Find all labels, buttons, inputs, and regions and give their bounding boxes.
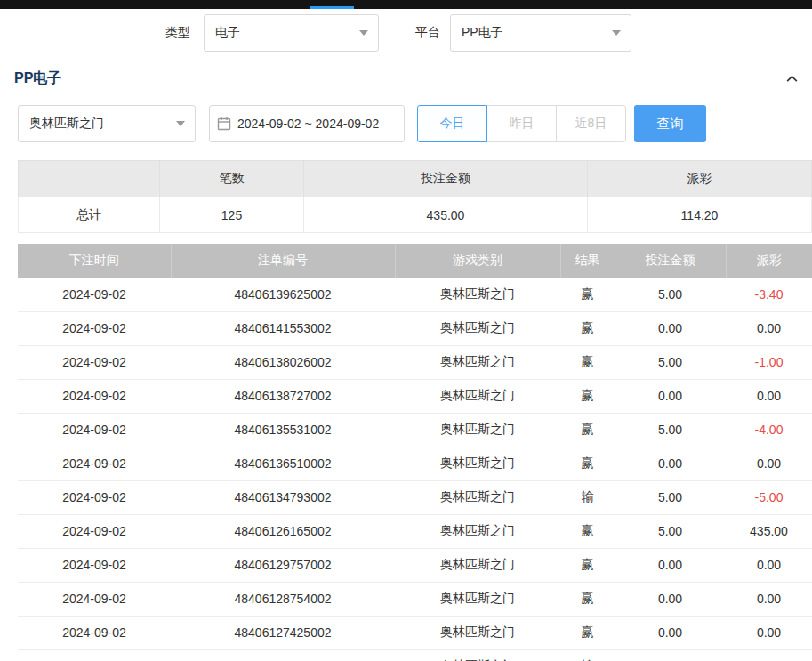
cell-order-id: 48406139625002 — [171, 278, 395, 311]
top-nav-bar — [0, 0, 812, 9]
summary-total-payout: 114.20 — [588, 197, 812, 233]
cell-bet-amount: 5.00 — [615, 649, 726, 661]
records-header-game-category: 游戏类别 — [395, 244, 560, 278]
records-table: 下注时间 注单编号 游戏类别 结果 投注金额 派彩 2024-09-02 484… — [18, 244, 812, 661]
cell-order-id: 48406125316002 — [171, 649, 395, 661]
date-range-value: 2024-09-02 ~ 2024-09-02 — [237, 117, 379, 131]
summary-header-payout: 派彩 — [588, 161, 812, 197]
cell-bet-time: 2024-09-02 — [18, 582, 171, 616]
calendar-icon — [217, 117, 231, 131]
active-tab-indicator — [310, 6, 354, 9]
chevron-down-icon — [612, 30, 621, 36]
cell-bet-time: 2024-09-02 — [18, 548, 171, 582]
cell-order-id: 48406129757002 — [171, 548, 395, 582]
cell-game-category: 奥林匹斯之门 — [395, 480, 560, 514]
cell-bet-time: 2024-09-02 — [18, 278, 171, 311]
type-select[interactable]: 电子 — [204, 14, 379, 52]
summary-total-bet-amount: 435.00 — [304, 197, 588, 233]
cell-payout: 435.00 — [726, 514, 812, 548]
table-row: 2024-09-02 48406138727002 奥林匹斯之门 赢 0.00 … — [18, 379, 812, 413]
chevron-down-icon — [176, 121, 185, 126]
cell-result: 赢 — [560, 413, 615, 447]
cell-payout: 0.00 — [726, 616, 812, 649]
cell-bet-time: 2024-09-02 — [18, 311, 171, 345]
cell-result: 赢 — [560, 582, 615, 616]
today-button[interactable]: 今日 — [417, 105, 487, 142]
chevron-down-icon — [359, 30, 368, 36]
records-header-bet-amount: 投注金额 — [615, 244, 726, 278]
cell-order-id: 48406141553002 — [171, 311, 395, 345]
cell-bet-amount: 0.00 — [615, 379, 726, 413]
cell-bet-amount: 0.00 — [615, 311, 726, 345]
cell-bet-time: 2024-09-02 — [18, 447, 171, 480]
yesterday-button[interactable]: 昨日 — [486, 105, 557, 142]
platform-select[interactable]: PP电子 — [450, 14, 631, 52]
game-select-value: 奥林匹斯之门 — [29, 116, 104, 132]
cell-bet-time: 2024-09-02 — [18, 616, 171, 649]
summary-total-count: 125 — [160, 197, 304, 233]
search-button[interactable]: 查询 — [634, 105, 706, 142]
cell-order-id: 48406126165002 — [171, 514, 395, 548]
table-row: 2024-09-02 48406125316002 奥林匹斯之门 输 5.00 … — [18, 649, 812, 661]
cell-game-category: 奥林匹斯之门 — [395, 447, 560, 480]
query-bar: 奥林匹斯之门 2024-09-02 ~ 2024-09-02 今日 昨日 近8日… — [18, 105, 794, 142]
cell-payout: 0.00 — [726, 447, 812, 480]
table-row: 2024-09-02 48406129757002 奥林匹斯之门 赢 0.00 … — [18, 548, 812, 582]
summary-total-label: 总计 — [19, 197, 160, 233]
platform-label: 平台 — [415, 25, 440, 41]
cell-payout: -3.40 — [726, 278, 812, 311]
table-row: 2024-09-02 48406141553002 奥林匹斯之门 赢 0.00 … — [18, 311, 812, 345]
cell-order-id: 48406134793002 — [171, 480, 395, 514]
cell-result: 赢 — [560, 616, 615, 649]
cell-payout: 0.00 — [726, 311, 812, 345]
summary-total-row: 总计 125 435.00 114.20 — [19, 197, 812, 233]
records-header-result: 结果 — [560, 244, 615, 278]
table-row: 2024-09-02 48406127425002 奥林匹斯之门 赢 0.00 … — [18, 616, 812, 649]
platform-select-value: PP电子 — [462, 25, 503, 41]
cell-result: 赢 — [560, 345, 615, 379]
cell-game-category: 奥林匹斯之门 — [395, 582, 560, 616]
summary-header-blank — [19, 161, 160, 197]
collapse-button[interactable] — [783, 69, 801, 88]
filter-row: 类型 电子 平台 PP电子 — [0, 14, 812, 52]
cell-bet-amount: 5.00 — [615, 278, 726, 311]
date-range-picker[interactable]: 2024-09-02 ~ 2024-09-02 — [209, 105, 405, 142]
cell-result: 赢 — [560, 514, 615, 548]
cell-order-id: 48406138026002 — [171, 345, 395, 379]
summary-header-row: 笔数 投注金额 派彩 — [19, 161, 812, 197]
cell-bet-time: 2024-09-02 — [18, 514, 171, 548]
cell-payout: 0.00 — [726, 582, 812, 616]
summary-header-count: 笔数 — [160, 161, 304, 197]
section-title: PP电子 — [14, 69, 61, 88]
table-row: 2024-09-02 48406136510002 奥林匹斯之门 赢 0.00 … — [18, 447, 812, 480]
records-header-row: 下注时间 注单编号 游戏类别 结果 投注金额 派彩 — [18, 244, 812, 278]
cell-result: 赢 — [560, 447, 615, 480]
records-header-payout: 派彩 — [726, 244, 812, 278]
summary-table: 笔数 投注金额 派彩 总计 125 435.00 114.20 — [18, 160, 812, 233]
records-header-bet-time: 下注时间 — [18, 244, 171, 278]
cell-bet-amount: 5.00 — [615, 345, 726, 379]
type-label: 类型 — [165, 25, 190, 41]
table-row: 2024-09-02 48406128754002 奥林匹斯之门 赢 0.00 … — [18, 582, 812, 616]
cell-result: 赢 — [560, 379, 615, 413]
cell-payout: -5.00 — [726, 480, 812, 514]
last8days-button[interactable]: 近8日 — [556, 105, 626, 142]
cell-bet-amount: 5.00 — [615, 514, 726, 548]
cell-payout: -5.00 — [726, 649, 812, 661]
table-row: 2024-09-02 48406138026002 奥林匹斯之门 赢 5.00 … — [18, 345, 812, 379]
table-row: 2024-09-02 48406126165002 奥林匹斯之门 赢 5.00 … — [18, 514, 812, 548]
game-select[interactable]: 奥林匹斯之门 — [18, 105, 196, 142]
summary-header-bet-amount: 投注金额 — [304, 161, 588, 197]
cell-bet-amount: 0.00 — [615, 447, 726, 480]
cell-bet-time: 2024-09-02 — [18, 649, 171, 661]
cell-bet-amount: 0.00 — [615, 616, 726, 649]
cell-order-id: 48406128754002 — [171, 582, 395, 616]
cell-bet-amount: 0.00 — [615, 548, 726, 582]
table-row: 2024-09-02 48406135531002 奥林匹斯之门 赢 5.00 … — [18, 413, 812, 447]
cell-game-category: 奥林匹斯之门 — [395, 514, 560, 548]
chevron-up-icon — [784, 71, 800, 86]
table-row: 2024-09-02 48406139625002 奥林匹斯之门 赢 5.00 … — [18, 278, 812, 311]
quick-filter-group: 今日 昨日 近8日 — [417, 105, 626, 142]
cell-payout: 0.00 — [726, 548, 812, 582]
cell-bet-amount: 5.00 — [615, 413, 726, 447]
